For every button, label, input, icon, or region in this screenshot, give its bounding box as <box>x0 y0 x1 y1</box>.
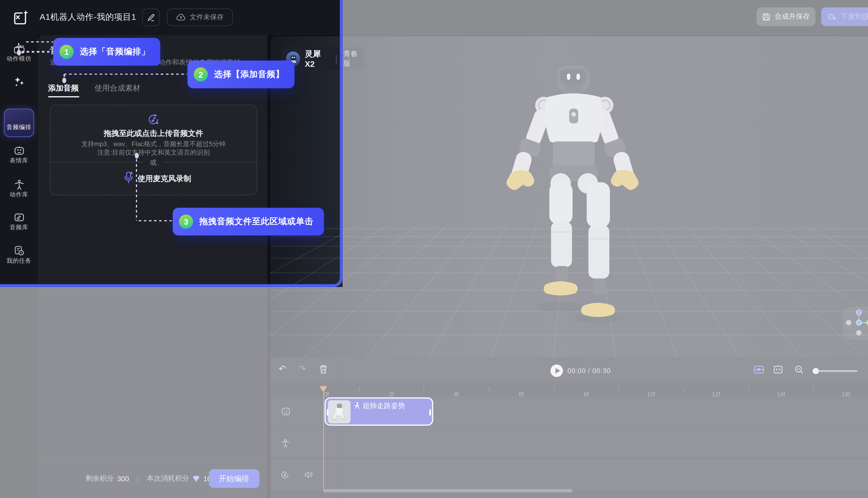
sidebar-label: 动作模仿 <box>7 55 31 62</box>
rename-button[interactable] <box>142 9 160 26</box>
audio-library-icon <box>14 212 25 222</box>
mic-record-icon <box>123 171 134 184</box>
connector-step2-stub <box>64 74 65 78</box>
tutorial-dim-overlay-right <box>343 0 868 498</box>
connector-step1-top <box>26 41 53 42</box>
sidebar-item-expression-library[interactable]: 表情库 <box>0 157 38 165</box>
cloud-unsaved-icon <box>176 14 186 21</box>
divider-dash-left <box>50 162 143 162</box>
step-1-number: 1 <box>60 45 74 59</box>
step-1-text: 选择「音频编排」 <box>80 47 150 57</box>
action-library-icon <box>14 180 25 190</box>
step-3-number: 3 <box>179 214 193 229</box>
upload-hint-note: 注意:目前仅支持中文和英文语言的识别 <box>50 148 257 157</box>
file-unsaved-status[interactable]: 文件未保存 <box>167 9 233 26</box>
sidebar-item-audio-arrange-label[interactable]: 音频编排 <box>0 123 38 131</box>
or-label: 或 <box>150 158 157 167</box>
tutorial-step-2: 2 选择【添加音频】 <box>187 61 295 88</box>
sidebar-label: 动作库 <box>10 191 28 197</box>
tutorial-step-3: 3 拖拽音频文件至此区域或单击 <box>173 208 324 235</box>
tutorial-dim-overlay-bottom <box>0 287 343 498</box>
sidebar-item-my-tasks[interactable]: 我的任务 <box>0 257 38 265</box>
connector-step3-vertical <box>136 159 137 221</box>
sidebar-label: 音频编排 <box>7 123 31 130</box>
tab-add-audio[interactable]: 添加音频 <box>48 83 79 93</box>
upload-title: 拖拽至此或点击上传音频文件 <box>50 129 257 139</box>
sidebar-item-motion-imitation[interactable]: 动作模仿 <box>0 55 38 63</box>
sidebar-item-audio-arrange-active[interactable] <box>4 109 34 137</box>
sidebar-item-action-library[interactable]: 动作库 <box>0 191 38 199</box>
app-logo <box>11 9 29 27</box>
step-2-text: 选择【添加音频】 <box>214 69 284 80</box>
upload-hint-format: 支持mp3、wav、Flac格式，音频长度不超过5分钟 <box>50 140 257 148</box>
sidebar-label: 表情库 <box>10 157 28 163</box>
app-root: 灵犀X2 │ 青春版 Z Y X ↶ ↷ <box>0 0 868 498</box>
file-unsaved-label: 文件未保存 <box>190 13 224 22</box>
tab-use-synth-material[interactable]: 使用合成素材 <box>95 83 140 93</box>
pencil-icon <box>147 13 155 21</box>
connector-step1-bottom <box>22 51 53 52</box>
divider-dash-right <box>164 162 257 162</box>
my-tasks-icon <box>14 246 25 256</box>
upload-audio-icon <box>147 113 160 126</box>
audio-arrange-icon <box>14 76 25 87</box>
connector-step2-dot <box>62 78 66 83</box>
tutorial-step-1: 1 选择「音频编排」 <box>53 38 160 66</box>
expression-library-icon <box>14 146 25 155</box>
project-title: A1机器人动作-我的项目1 <box>40 12 136 23</box>
sidebar-label: 我的任务 <box>7 257 31 264</box>
robot-name: 灵犀X2 <box>305 49 330 68</box>
step-3-text: 拖拽音频文件至此区域或单击 <box>199 216 313 227</box>
connector-step3-horizontal <box>139 220 173 221</box>
tab-active-underline <box>48 96 79 97</box>
sidebar-item-audio-library[interactable]: 音频库 <box>0 224 38 232</box>
mic-record-label[interactable]: 使用麦克风录制 <box>138 174 191 184</box>
step-2-number: 2 <box>194 67 208 81</box>
connector-step1-vertical <box>18 43 20 50</box>
sidebar-label: 音频库 <box>10 224 28 231</box>
connector-step2-horizontal <box>64 74 187 75</box>
robot-name-divider: │ <box>334 55 339 63</box>
